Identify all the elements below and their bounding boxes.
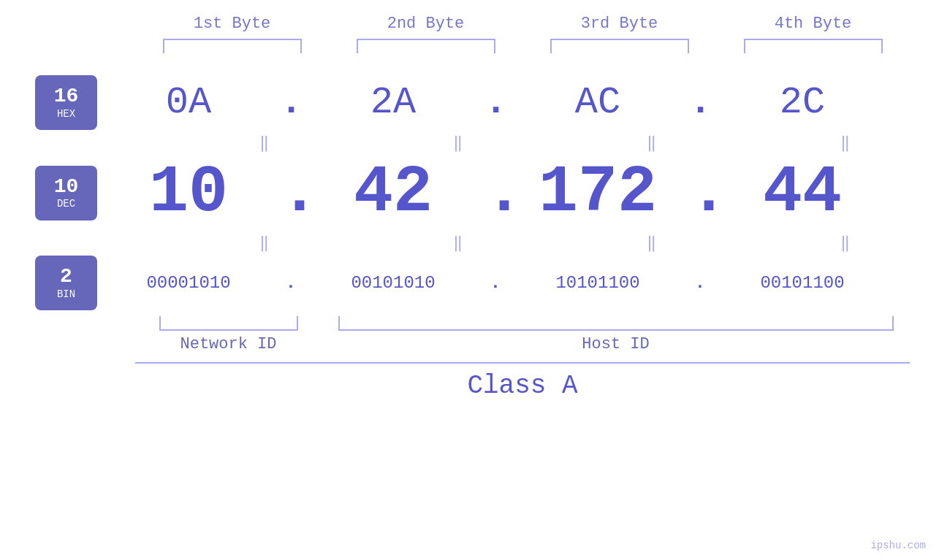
hex-byte1: 0A [97,81,280,124]
network-id-label: Network ID [180,335,276,353]
main-container: 1st Byte 2nd Byte 3rd Byte 4th Byte 16 H… [0,0,939,560]
eq1-3: ‖ [560,133,743,153]
dec-badge-number: 10 [54,176,79,199]
host-id-label: Host ID [582,335,649,353]
hex-badge: 16 HEX [35,75,97,130]
hex-byte2: 2A [302,81,484,124]
bin-dot1: . [280,273,302,293]
bracket-top-2 [357,39,495,53]
eq2-3: ‖ [560,233,743,253]
equals-row-1: ‖ ‖ ‖ ‖ [167,133,939,153]
bracket-bottom-host [338,316,894,331]
bottom-section: Network ID Host ID [135,316,910,353]
bin-dot3: . [689,273,711,293]
bin-byte2: 00101010 [302,273,484,293]
eq1-2: ‖ [367,133,550,153]
bracket-top-3 [550,39,689,53]
hex-values-row: 0A . 2A . AC . 2C [97,81,939,124]
bin-byte3: 10101100 [506,273,689,293]
bracket-top-4 [744,39,883,53]
dec-dot3: . [689,156,711,230]
hex-dot3: . [689,81,711,124]
eq2-4: ‖ [754,233,937,253]
bin-byte4: 00101100 [711,273,894,293]
bracket-top-1 [163,39,302,53]
dec-badge: 10 DEC [35,166,97,220]
dec-dot2: . [484,156,506,230]
byte-headers: 1st Byte 2nd Byte 3rd Byte 4th Byte [135,15,910,33]
bin-badge-label: BIN [57,288,75,300]
hex-badge-label: HEX [57,108,75,120]
byte3-header: 3rd Byte [547,15,693,33]
hex-badge-number: 16 [54,85,79,108]
network-id-section: Network ID [135,316,322,353]
hex-dot2: . [484,81,506,124]
class-label: Class A [467,371,577,401]
byte2-header: 2nd Byte [353,15,499,33]
dec-dot1: . [280,156,302,230]
dec-byte3: 172 [506,156,689,230]
byte1-header: 1st Byte [159,15,305,33]
bin-values-row: 00001010 . 00101010 . 10101100 . 0010110… [97,273,939,293]
dec-byte4: 44 [711,156,894,230]
equals-row-2: ‖ ‖ ‖ ‖ [167,233,939,253]
hex-byte3: AC [506,81,689,124]
dec-badge-label: DEC [57,198,75,210]
dec-row: 10 DEC 10 . 42 . 172 . 44 [0,156,939,230]
hex-row: 16 HEX 0A . 2A . AC . 2C [0,75,939,130]
eq2-1: ‖ [173,233,356,253]
host-id-section: Host ID [322,316,910,353]
watermark: ipshu.com [870,540,926,551]
bracket-bottom-network [159,316,298,331]
class-line-container: Class A [135,362,910,401]
byte4-header: 4th Byte [740,15,886,33]
dec-values-row: 10 . 42 . 172 . 44 [97,156,939,230]
dec-byte1: 10 [97,156,280,230]
eq2-2: ‖ [367,233,550,253]
bracket-labels: Network ID Host ID [135,316,910,353]
dec-byte2: 42 [302,156,484,230]
eq1-4: ‖ [754,133,937,153]
class-line [135,362,910,364]
class-label-row: Class A [135,371,910,401]
bin-byte1: 00001010 [97,273,280,293]
bin-badge-number: 2 [60,266,72,288]
bin-badge: 2 BIN [35,256,97,310]
top-brackets [135,39,910,53]
hex-dot1: . [280,81,302,124]
bin-row: 2 BIN 00001010 . 00101010 . 10101100 . 0… [0,256,939,310]
hex-byte4: 2C [711,81,894,124]
eq1-1: ‖ [173,133,356,153]
bin-dot2: . [484,273,506,293]
